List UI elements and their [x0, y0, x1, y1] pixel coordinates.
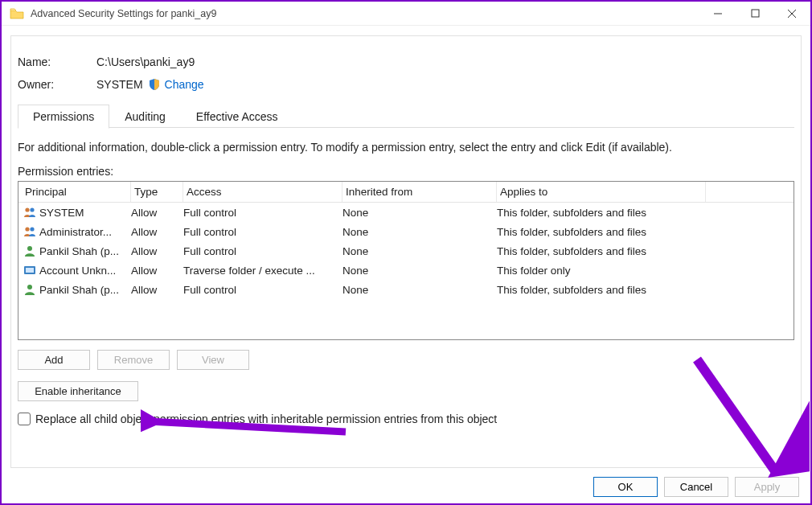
inherited-cell: None: [342, 245, 497, 257]
principal-cell: Pankil Shah (p...: [39, 245, 119, 257]
entries-label: Permission entries:: [18, 165, 794, 178]
cancel-button[interactable]: Cancel: [664, 477, 728, 497]
principal-cell: Account Unkn...: [39, 265, 116, 277]
type-cell: Allow: [131, 284, 183, 296]
permissions-table: Principal Type Access Inherited from App…: [18, 181, 794, 340]
remove-button[interactable]: Remove: [97, 350, 170, 370]
window-title: Advanced Security Settings for panki_ay9: [31, 8, 699, 19]
table-header: Principal Type Access Inherited from App…: [18, 182, 794, 203]
access-cell: Full control: [183, 284, 342, 296]
tab-auditing[interactable]: Auditing: [109, 105, 181, 129]
table-row[interactable]: SYSTEMAllowFull controlNoneThis folder, …: [18, 203, 794, 222]
svg-point-7: [30, 227, 34, 231]
tab-permissions[interactable]: Permissions: [18, 105, 109, 129]
svg-point-4: [25, 207, 29, 211]
access-cell: Traverse folder / execute ...: [183, 265, 342, 277]
principal-cell: Pankil Shah (p...: [39, 284, 119, 296]
type-cell: Allow: [131, 207, 183, 219]
svg-point-8: [27, 246, 32, 251]
applies-cell: This folder, subfolders and files: [497, 226, 706, 238]
inherited-cell: None: [342, 265, 497, 277]
folder-icon: [10, 8, 24, 19]
principal-icon: [23, 283, 36, 296]
name-value: C:\Users\panki_ay9: [96, 55, 195, 68]
principal-icon: [23, 206, 36, 219]
table-row[interactable]: Account Unkn...AllowTraverse folder / ex…: [18, 261, 794, 280]
change-owner-link[interactable]: Change: [165, 78, 204, 91]
replace-children-label: Replace all child object permission entr…: [35, 413, 497, 425]
col-applies[interactable]: Applies to: [497, 182, 706, 202]
shield-icon: [148, 78, 161, 91]
maximize-button[interactable]: [736, 2, 773, 25]
table-row[interactable]: Pankil Shah (p...AllowFull controlNoneTh…: [18, 241, 794, 261]
principal-icon: [23, 225, 36, 238]
type-cell: Allow: [131, 265, 183, 277]
svg-point-5: [30, 207, 34, 211]
inherited-cell: None: [342, 226, 497, 238]
access-cell: Full control: [183, 207, 342, 219]
principal-icon: [23, 264, 36, 277]
col-principal[interactable]: Principal: [22, 182, 131, 202]
col-inherited[interactable]: Inherited from: [342, 182, 497, 202]
table-row[interactable]: Administrator...AllowFull controlNoneThi…: [18, 222, 794, 241]
applies-cell: This folder, subfolders and files: [497, 245, 706, 257]
tab-effective-access[interactable]: Effective Access: [181, 105, 293, 129]
tab-bar: Permissions Auditing Effective Access: [18, 104, 794, 128]
applies-cell: This folder, subfolders and files: [497, 284, 706, 296]
svg-rect-1: [752, 10, 759, 17]
col-type[interactable]: Type: [131, 182, 183, 202]
name-label: Name:: [18, 55, 96, 68]
svg-point-6: [25, 227, 29, 231]
info-text: For additional information, double-click…: [18, 141, 794, 154]
enable-inheritance-button[interactable]: Enable inheritance: [18, 381, 138, 401]
apply-button[interactable]: Apply: [735, 477, 799, 497]
access-cell: Full control: [183, 226, 342, 238]
principal-cell: Administrator...: [39, 226, 112, 238]
inherited-cell: None: [342, 284, 497, 296]
titlebar: Advanced Security Settings for panki_ay9: [2, 2, 810, 26]
svg-rect-10: [26, 268, 34, 273]
view-button[interactable]: View: [177, 350, 249, 370]
type-cell: Allow: [131, 226, 183, 238]
close-button[interactable]: [773, 2, 810, 25]
type-cell: Allow: [131, 245, 183, 257]
replace-children-checkbox[interactable]: [18, 413, 31, 425]
panel: Name: C:\Users\panki_ay9 Owner: SYSTEM C…: [10, 35, 802, 468]
dialog-footer: OK Cancel Apply: [593, 477, 799, 497]
table-row[interactable]: Pankil Shah (p...AllowFull controlNoneTh…: [18, 280, 794, 299]
principal-cell: SYSTEM: [39, 207, 84, 219]
col-spacer: [706, 182, 790, 202]
principal-icon: [23, 244, 36, 257]
ok-button[interactable]: OK: [593, 477, 658, 497]
owner-value: SYSTEM: [96, 78, 143, 91]
col-access[interactable]: Access: [183, 182, 342, 202]
applies-cell: This folder only: [497, 265, 706, 277]
add-button[interactable]: Add: [18, 350, 90, 370]
minimize-button[interactable]: [699, 2, 736, 25]
inherited-cell: None: [342, 207, 497, 219]
owner-label: Owner:: [18, 78, 96, 91]
svg-point-11: [27, 285, 32, 289]
applies-cell: This folder, subfolders and files: [497, 207, 706, 219]
access-cell: Full control: [183, 245, 342, 257]
